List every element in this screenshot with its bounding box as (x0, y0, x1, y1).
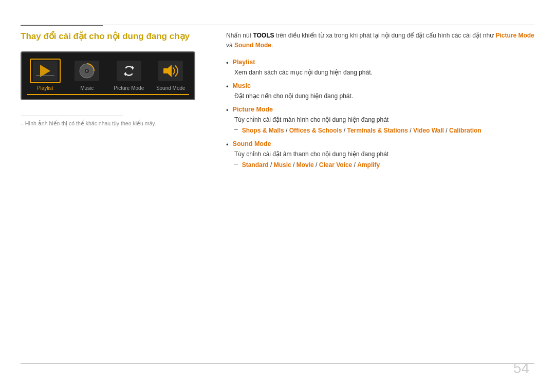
calibration-link: Calibration (449, 127, 482, 134)
bullet-title-playlist: Playlist (233, 59, 255, 66)
bullet-picture-mode: • Picture Mode Tùy chỉnh cài đặt màn hìn… (226, 106, 534, 135)
terminals-stations-link: Terminals & Stations (347, 127, 408, 134)
sub-dash-picture-mode: – (234, 126, 238, 133)
bullet-sound-mode: • Sound Mode Tùy chỉnh cài đặt âm thanh … (226, 140, 534, 170)
movie-link: Movie (297, 161, 314, 169)
sub-bullet-sound-mode: – Standard / Music / Movie / Clear Voice… (234, 160, 534, 170)
note-separator (21, 116, 123, 116)
player-item-picture-mode: Picture Mode (110, 59, 147, 91)
music-icon (75, 61, 99, 81)
playlist-icon (33, 61, 58, 81)
picture-mode-ref: Picture Mode (495, 32, 534, 39)
bullet-playlist-row: • Playlist (226, 59, 534, 67)
sep7: / (316, 161, 319, 169)
bullet-dot-sound-mode: • (226, 141, 229, 148)
intro-paragraph: Nhấn nút TOOLS trên điều khiển từ xa tro… (226, 31, 534, 50)
shops-malls-link: Shops & Malls (242, 127, 284, 134)
music-link: Music (274, 161, 291, 169)
intro-part2: trên điều khiển từ xa trong khi phát lại… (274, 32, 496, 39)
bullet-title-music: Music (233, 82, 251, 89)
bullet-dot-music: • (226, 83, 229, 90)
picture-mode-label: Picture Mode (114, 85, 144, 91)
bullet-title-picture-mode: Picture Mode (233, 106, 273, 113)
bullet-desc-playlist: Xem danh sách các mục nội dung hiện đang… (234, 68, 534, 77)
amplify-link: Amplify (357, 161, 380, 169)
player-icons-row: Playlist Music (27, 59, 189, 91)
sep4: / (446, 127, 449, 134)
bullet-dot-picture-mode: • (226, 106, 229, 114)
sound-mode-icon (158, 61, 183, 81)
music-icon-wrapper (71, 59, 102, 83)
note-text: – Hình ảnh hiển thị có thể khác nhau tùy… (21, 120, 216, 126)
playlist-label: Playlist (37, 85, 53, 91)
svg-rect-11 (163, 68, 168, 73)
video-wall-link: Video Wall (413, 127, 444, 134)
player-box: Playlist Music (21, 51, 195, 100)
sub-text-picture-mode: Shops & Malls / Offices & Schools / Term… (242, 126, 482, 135)
sub-bullet-picture-mode: – Shops & Malls / Offices & Schools / Te… (234, 126, 534, 135)
section-title: Thay đổi cài đặt cho nội dung đang chạy (21, 31, 216, 42)
svg-point-6 (86, 70, 88, 72)
bullet-dot-playlist: • (226, 59, 229, 67)
bullet-playlist: • Playlist Xem danh sách các mục nội dun… (226, 59, 534, 77)
intro-part1: Nhấn nút (226, 32, 253, 39)
bullet-desc-music: Đặt nhạc nền cho nội dung hiện đang phát… (234, 91, 534, 101)
sub-dash-sound-mode: – (234, 160, 238, 167)
page-number: 54 (513, 360, 529, 377)
bullet-desc-sound-mode: Tùy chỉnh cài đặt âm thanh cho nội dung … (234, 150, 534, 159)
picture-mode-icon-wrapper (114, 59, 144, 83)
right-column: Nhấn nút TOOLS trên điều khiển từ xa tro… (226, 31, 534, 175)
bullet-music-row: • Music (226, 82, 534, 90)
left-column: Thay đổi cài đặt cho nội dung đang chạy … (21, 31, 216, 126)
clear-voice-link: Clear Voice (319, 161, 352, 169)
bullet-music: • Music Đặt nhạc nền cho nội dung hiện đ… (226, 82, 534, 101)
sub-text-sound-mode: Standard / Music / Movie / Clear Voice /… (242, 160, 380, 170)
bullet-sound-mode-row: • Sound Mode (226, 140, 534, 148)
bullet-desc-picture-mode: Tùy chỉnh cài đặt màn hình cho nội dung … (234, 115, 534, 124)
sound-mode-label: Sound Mode (156, 85, 186, 91)
picture-mode-icon (117, 61, 141, 81)
svg-rect-2 (36, 75, 54, 76)
sep5: / (270, 161, 274, 169)
sound-mode-icon-wrapper (155, 59, 186, 83)
intro-part3: và (226, 42, 234, 49)
bullet-picture-mode-row: • Picture Mode (226, 106, 534, 114)
player-item-music: Music (69, 59, 106, 91)
standard-link: Standard (242, 161, 269, 169)
svg-rect-7 (117, 61, 141, 81)
sep3: / (410, 127, 413, 134)
bullet-title-sound-mode: Sound Mode (233, 140, 271, 147)
top-separator-line (21, 25, 534, 25)
tools-keyword: TOOLS (253, 32, 274, 39)
sep1: / (286, 127, 289, 134)
sound-mode-ref: Sound Mode (234, 42, 271, 49)
player-bottom-accent (27, 94, 189, 95)
player-item-playlist: Playlist (27, 59, 64, 91)
music-label: Music (80, 85, 94, 91)
player-item-sound-mode: Sound Mode (153, 59, 190, 91)
playlist-icon-wrapper (30, 59, 61, 83)
offices-schools-link: Offices & Schools (289, 127, 342, 134)
sep6: / (293, 161, 297, 169)
intro-part4: . (271, 42, 273, 49)
bottom-separator-line (21, 363, 534, 364)
